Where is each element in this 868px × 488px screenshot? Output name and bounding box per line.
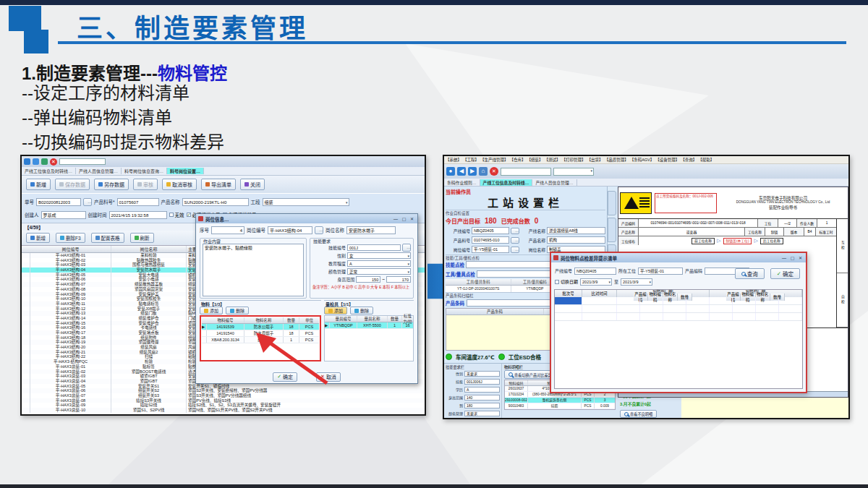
order-no-field[interactable]: B020200812003 <box>36 198 81 206</box>
toolbar-button[interactable]: 审核 <box>133 179 158 190</box>
material-detail-row[interactable]: 29100008-002 整机装饰条右侧 PCS 3 <box>505 398 615 403</box>
toolbar-button[interactable]: 刷新 <box>130 233 154 243</box>
creator-field[interactable]: 罗基成 <box>41 211 86 219</box>
table-row[interactable]: 平-HAX3总装-10 紧固S1、S2PV线 紧固N线、紧固S1开关PV线、紧固… <box>22 408 425 413</box>
field-value[interactable]: NBQZ0405 <box>472 227 509 234</box>
tab[interactable]: 料号岗位设置… <box>167 168 204 174</box>
product-name-field[interactable]: SUN2000-219KTL-H0 <box>182 198 249 206</box>
menu-item[interactable]: 【打印管理】 <box>562 157 586 163</box>
menu-item[interactable]: 【工程】 <box>463 157 479 163</box>
menu-item[interactable]: 【设备管理】 <box>655 157 679 163</box>
lookup-button[interactable]: … <box>511 237 519 244</box>
material-row[interactable]: ▶ 14191539 防水公端子 18 PCS <box>202 324 319 330</box>
menu-item[interactable]: 【组装】 <box>527 157 543 163</box>
position-name-field[interactable]: 安装防水端子 <box>346 226 396 234</box>
toolbar-button[interactable]: 导出清单 <box>201 179 236 190</box>
quick-search-input[interactable] <box>59 158 106 165</box>
field-value[interactable]: 平-Y5组装-01 <box>472 246 509 253</box>
window-controls[interactable]: — ▢ ✕ <box>393 216 415 221</box>
exit-icon[interactable] <box>41 158 48 165</box>
create-time-field[interactable]: 2021/4/15 19:32:58 <box>109 211 167 219</box>
date-switch-checkbox[interactable]: 切换日期 <box>555 278 578 285</box>
segment-select[interactable]: 组装 <box>263 198 349 206</box>
add-button[interactable]: 添加 <box>200 307 223 314</box>
height-max-field[interactable]: 170 <box>386 276 411 283</box>
lookup-button[interactable]: … <box>315 226 323 234</box>
field-value[interactable]: 机构 <box>547 236 605 244</box>
skill-check-label[interactable]: 技能点检 <box>446 261 464 268</box>
delete-button[interactable]: 删除 <box>350 307 373 314</box>
field-value[interactable]: 01074695-010 <box>472 236 509 244</box>
menu-item[interactable]: 【帮助】 <box>698 157 714 163</box>
date-from-select[interactable]: 2021/3/9 <box>580 278 612 286</box>
toolbar-button[interactable]: 配置表格 <box>91 233 124 243</box>
menu-item[interactable]: 【查询】 <box>681 157 697 163</box>
toolbar-button[interactable]: 另存数据 <box>94 179 129 190</box>
toolbar-button[interactable]: 取消审核 <box>162 179 197 190</box>
lookup-button[interactable]: … <box>83 198 92 206</box>
exit-icon[interactable]: ⌂ <box>479 167 488 176</box>
lookup-button[interactable]: … <box>511 228 519 234</box>
confirm-button[interactable]: ✓确定 <box>770 268 800 279</box>
vertical-tab[interactable] <box>608 218 616 242</box>
color-mgmt-select[interactable]: 正常 <box>347 268 411 275</box>
nav-icon[interactable] <box>33 158 39 165</box>
toolbar-button[interactable]: 新增 <box>26 179 51 190</box>
menu-item[interactable]: 【测试】 <box>545 157 561 163</box>
tab[interactable]: 产线人员信息管理… <box>532 179 576 186</box>
tab[interactable]: 条码作业规则… <box>444 179 480 186</box>
user-icon[interactable]: ● <box>446 167 455 176</box>
tab[interactable]: 产线人员信息管理… <box>76 168 122 174</box>
lookup-button[interactable]: … <box>511 247 519 253</box>
dialog-titlebar[interactable]: 岗位信息… — ▢ ✕ <box>196 214 417 223</box>
gender-select[interactable]: 女 <box>347 252 411 259</box>
menu-item[interactable]: 【品质管理】 <box>605 157 629 163</box>
table-row[interactable]: 平-HAX3总装-07 组装开关S3 紧固S3开关线、紧固PV分线器组线 <box>22 393 425 398</box>
invalid-checkbox[interactable]: 无效 <box>169 211 184 218</box>
menu-item[interactable]: 【系统】 <box>446 157 461 163</box>
back-icon[interactable]: ◀ <box>457 167 466 176</box>
field-value[interactable]: 逆变器组装A8线 <box>547 227 605 234</box>
diff-empty-row[interactable] <box>555 297 802 305</box>
barcode-input[interactable] <box>501 168 551 176</box>
table-row[interactable]: 平-HAX3总装-05 安装开关S1 安装开关S1、锁临时线 <box>22 384 425 389</box>
part-no-field[interactable]: 01075607 <box>117 198 159 206</box>
line-no-field[interactable]: NBQZ0405 <box>574 267 616 275</box>
add-button[interactable]: 添加 <box>324 307 347 314</box>
nav-icon[interactable] <box>24 158 30 165</box>
toolbar-button[interactable]: 新增 <box>26 233 50 243</box>
query-button[interactable]: 查询 <box>735 268 765 279</box>
popup-titlebar[interactable]: 岗位物料点检差异提示清单 — ▢ ✕ <box>551 253 806 262</box>
window-controls[interactable]: — ▢ ✕ <box>782 255 804 260</box>
work-content-text[interactable]: 安装防水端子、贴绝缘膜 <box>203 244 304 296</box>
table-row[interactable]: 平-HAX3总装-09 插接S2线 插接S2线、S1、S2、S3直流开关螺母、安… <box>22 403 425 408</box>
education-select[interactable]: A <box>347 260 411 267</box>
seq-field[interactable]: 4 <box>211 226 244 234</box>
tool-check-label[interactable]: 工具/量具点检 <box>446 270 475 278</box>
selected-cell[interactable] <box>555 297 582 304</box>
toolbar-button[interactable]: 关闭 <box>240 179 265 190</box>
tab[interactable]: 料号岗位信息查询… <box>122 168 167 174</box>
stop-icon[interactable]: ✕ <box>50 158 57 166</box>
skill-no-field[interactable]: 001J <box>347 244 401 251</box>
delete-button[interactable]: 删除 <box>226 307 249 314</box>
vertical-tab[interactable] <box>608 191 616 215</box>
date-to-select[interactable]: 2021/3/9 <box>621 278 652 286</box>
mode-select[interactable] <box>553 168 594 176</box>
tab[interactable]: 产线工位信息及时转线… <box>480 179 533 186</box>
position-id-field[interactable]: 平-HAX3结构-04 <box>268 226 312 234</box>
menu-item[interactable]: 【生产线管理】 <box>480 157 509 163</box>
table-row[interactable]: 平-HAX3总装-08 插接S3开关线 紧固PV负线、插接S3线 <box>22 398 425 403</box>
menu-item[interactable]: 【出货】 <box>587 157 603 163</box>
tab[interactable]: 产线工位信息及时转线… <box>22 168 76 174</box>
gauge-row[interactable]: ▶ YTNBQDP XHT-5500 1 16 <box>325 322 413 329</box>
station-field[interactable]: 平-Y5组装-01 <box>638 267 683 275</box>
table-row[interactable]: 平-HAX3总装-06 组装开关S2 紧固S2开关线、安装绝缘柱、紧固PV分线器 <box>22 388 425 393</box>
view-defect-button[interactable]: 查看不良明细 <box>620 410 657 418</box>
menu-item[interactable]: 【仓库】 <box>510 157 526 163</box>
stop-icon[interactable]: ✕ <box>490 167 498 176</box>
forward-icon[interactable]: ▶ <box>468 167 477 176</box>
toolbar-button[interactable]: 删除F3 <box>56 233 85 243</box>
material-detail-row[interactable]: 90010483 硅脂 PCS 0.009 <box>505 403 615 409</box>
toolbar-button[interactable]: 保存数据 <box>55 179 90 190</box>
